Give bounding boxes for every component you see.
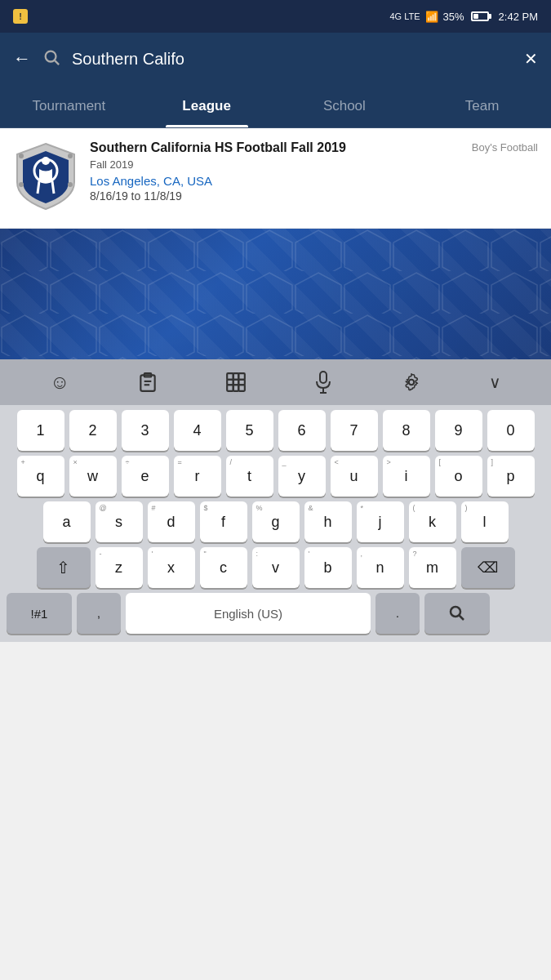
svg-rect-9 xyxy=(0,229,551,359)
network-type: 4G LTE xyxy=(389,11,420,21)
key-f[interactable]: $f xyxy=(200,501,247,542)
key-c[interactable]: "c xyxy=(200,547,247,588)
key-o[interactable]: [o xyxy=(435,456,482,497)
key-e[interactable]: ÷e xyxy=(122,456,169,497)
result-info: Southern California HS Football Fall 201… xyxy=(90,140,538,203)
key-b[interactable]: 'b xyxy=(304,547,352,588)
keyboard: 1 2 3 4 5 6 7 8 9 0 +q ×w ÷e =r /t _y <u… xyxy=(0,405,551,642)
status-warning: ! xyxy=(13,9,28,24)
svg-point-7 xyxy=(68,182,73,187)
keyboard-row-asdf: ·a @s #d $f %g &h *j (k )l xyxy=(3,501,548,542)
warning-icon: ! xyxy=(13,9,28,24)
tab-school[interactable]: School xyxy=(276,85,414,127)
key-7[interactable]: 7 xyxy=(331,410,378,451)
collapse-button[interactable]: ∨ xyxy=(489,372,501,392)
battery-icon xyxy=(471,11,489,21)
status-right: 4G LTE 📶 35% 2:42 PM xyxy=(389,11,538,23)
svg-point-5 xyxy=(68,154,73,158)
key-h[interactable]: &h xyxy=(304,501,352,542)
league-logo xyxy=(13,140,78,216)
tabs-bar: Tournament League School Team xyxy=(0,85,551,128)
search-input[interactable]: Southern Califo xyxy=(72,50,513,69)
svg-line-28 xyxy=(460,616,464,621)
key-5[interactable]: 5 xyxy=(226,410,273,451)
emoji-button[interactable]: ☺ xyxy=(50,371,70,394)
key-4[interactable]: 4 xyxy=(174,410,221,451)
space-key[interactable]: English (US) xyxy=(126,593,371,634)
key-q[interactable]: +q xyxy=(17,456,64,497)
result-season: Fall 2019 xyxy=(90,158,538,171)
tab-tournament[interactable]: Tournament xyxy=(0,85,138,127)
key-i[interactable]: >i xyxy=(383,456,430,497)
svg-point-0 xyxy=(46,51,56,61)
keyboard-row-zxcv: ⇧ -z 'x "c :v 'b ,n ?m ⌫ xyxy=(3,547,548,588)
search-bar: ← Southern Califo ✕ xyxy=(0,33,551,85)
key-n[interactable]: ,n xyxy=(357,547,404,588)
symbols-key[interactable]: !#1 xyxy=(7,593,72,634)
key-p[interactable]: ]p xyxy=(487,456,535,497)
result-item[interactable]: Southern California HS Football Fall 201… xyxy=(0,128,551,229)
key-1[interactable]: 1 xyxy=(17,410,64,451)
key-a[interactable]: ·a xyxy=(43,501,91,542)
svg-point-26 xyxy=(408,380,414,385)
svg-rect-23 xyxy=(320,372,327,383)
search-keyboard-button[interactable] xyxy=(424,593,490,634)
key-u[interactable]: <u xyxy=(331,456,378,497)
svg-rect-22 xyxy=(238,385,245,391)
key-z[interactable]: -z xyxy=(96,547,143,588)
tab-league[interactable]: League xyxy=(138,85,276,127)
sport-tag: Boy's Football xyxy=(472,141,538,154)
time-display: 2:42 PM xyxy=(499,11,538,23)
svg-rect-20 xyxy=(227,385,233,391)
key-6[interactable]: 6 xyxy=(278,410,326,451)
key-3[interactable]: 3 xyxy=(122,410,169,451)
signal-icon: 📶 xyxy=(425,11,438,23)
key-l[interactable]: )l xyxy=(461,501,509,542)
period-key[interactable]: . xyxy=(375,593,420,634)
key-y[interactable]: _y xyxy=(278,456,326,497)
keyboard-row-numbers: 1 2 3 4 5 6 7 8 9 0 xyxy=(3,410,548,451)
keyboard-toolbar: ☺ xyxy=(0,359,551,405)
result-title: Southern California HS Football Fall 201… xyxy=(90,140,538,157)
keyboard-row-qwerty: +q ×w ÷e =r /t _y <u >i [o ]p xyxy=(3,456,548,497)
svg-point-6 xyxy=(19,182,24,187)
shift-key[interactable]: ⇧ xyxy=(37,547,91,588)
key-m[interactable]: ?m xyxy=(409,547,456,588)
key-2[interactable]: 2 xyxy=(69,410,117,451)
search-icon xyxy=(42,48,60,70)
key-x[interactable]: 'x xyxy=(148,547,195,588)
keyboard-rows: 1 2 3 4 5 6 7 8 9 0 +q ×w ÷e =r /t _y <u… xyxy=(0,405,551,642)
backspace-key[interactable]: ⌫ xyxy=(461,547,515,588)
svg-rect-16 xyxy=(238,373,245,380)
key-s[interactable]: @s xyxy=(96,501,143,542)
blue-banner xyxy=(0,229,551,359)
key-v[interactable]: :v xyxy=(252,547,300,588)
key-j[interactable]: *j xyxy=(357,501,404,542)
status-bar: ! 4G LTE 📶 35% 2:42 PM xyxy=(0,0,551,33)
key-w[interactable]: ×w xyxy=(69,456,117,497)
mic-button[interactable] xyxy=(313,371,333,394)
key-d[interactable]: #d xyxy=(148,501,195,542)
svg-point-3 xyxy=(42,157,50,165)
settings-button[interactable] xyxy=(401,372,422,393)
key-k[interactable]: (k xyxy=(409,501,456,542)
clear-search-button[interactable]: ✕ xyxy=(524,49,538,69)
keyboard-row-bottom: !#1 , English (US) . xyxy=(3,593,548,634)
svg-line-1 xyxy=(55,60,59,65)
key-t[interactable]: /t xyxy=(226,456,273,497)
key-0[interactable]: 0 xyxy=(487,410,535,451)
key-8[interactable]: 8 xyxy=(383,410,430,451)
numpad-button[interactable] xyxy=(225,372,247,393)
comma-key[interactable]: , xyxy=(77,593,121,634)
result-dates: 8/16/19 to 11/8/19 xyxy=(90,189,538,203)
svg-rect-14 xyxy=(227,373,233,380)
svg-point-27 xyxy=(451,607,460,617)
svg-point-4 xyxy=(19,154,24,158)
result-location: Los Angeles, CA, USA xyxy=(90,174,538,188)
clipboard-button[interactable] xyxy=(137,372,158,393)
key-9[interactable]: 9 xyxy=(435,410,482,451)
tab-team[interactable]: Team xyxy=(413,85,551,127)
back-button[interactable]: ← xyxy=(13,48,31,69)
key-g[interactable]: %g xyxy=(252,501,300,542)
key-r[interactable]: =r xyxy=(174,456,221,497)
